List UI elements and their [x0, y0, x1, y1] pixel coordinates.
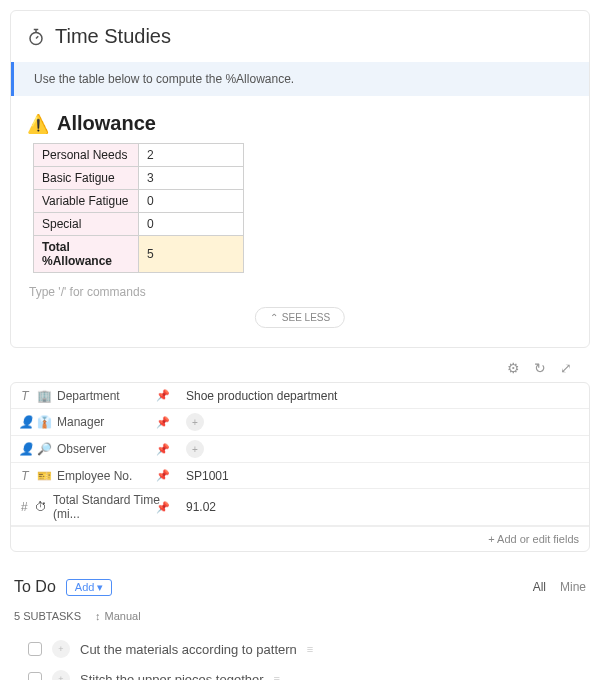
assignee-placeholder-icon[interactable]: +	[52, 640, 70, 658]
pin-icon[interactable]: 📌	[156, 501, 170, 514]
badge-icon: 🎫	[37, 469, 51, 483]
field-label: Manager	[57, 415, 104, 429]
number-type-icon: #	[19, 500, 29, 514]
subtask-list: + Cut the materials according to pattern…	[10, 634, 590, 680]
allowance-table: Personal Needs 2 Basic Fatigue 3 Variabl…	[33, 143, 244, 273]
person-type-icon: 👤	[19, 415, 31, 429]
allowance-value[interactable]: 0	[139, 190, 244, 213]
tab-all[interactable]: All	[533, 580, 546, 594]
page-title: Time Studies	[55, 25, 171, 48]
todo-tabs: All Mine	[533, 580, 586, 594]
allowance-heading-row: ⚠️ Allowance	[27, 112, 573, 135]
stopwatch-icon: ⏱	[35, 500, 47, 514]
person-type-icon: 👤	[19, 442, 31, 456]
subtasks-meta: 5 SUBTASKS ↕ Manual	[10, 610, 590, 622]
pin-icon[interactable]: 📌	[156, 416, 170, 429]
allowance-label: Special	[34, 213, 139, 236]
add-or-edit-fields[interactable]: + Add or edit fields	[11, 526, 589, 551]
field-row-manager: 👤 👔 Manager 📌 +	[11, 409, 589, 436]
stopwatch-icon	[27, 28, 45, 46]
slash-command-hint[interactable]: Type '/' for commands	[29, 285, 573, 299]
allowance-total-label: Total %Allowance	[34, 236, 139, 273]
allowance-total-value: 5	[139, 236, 244, 273]
text-type-icon: T	[19, 389, 31, 403]
see-less-button[interactable]: ⌃ SEE LESS	[255, 307, 345, 328]
todo-header: To Do Add ▾ All Mine	[10, 578, 590, 596]
pin-icon[interactable]: 📌	[156, 443, 170, 456]
field-label: Total Standard Time (mi...	[53, 493, 168, 521]
pin-icon[interactable]: 📌	[156, 469, 170, 482]
todo-title: To Do	[14, 578, 56, 596]
timestudies-card: Time Studies Use the table below to comp…	[10, 10, 590, 348]
checkbox[interactable]	[28, 672, 42, 680]
subtask-count: 5 SUBTASKS	[14, 610, 81, 622]
text-type-icon: T	[19, 469, 31, 483]
callout-info: Use the table below to compute the %Allo…	[11, 62, 589, 96]
field-value[interactable]: SP1001	[176, 465, 589, 487]
table-row: Personal Needs 2	[34, 144, 244, 167]
subtask-title[interactable]: Cut the materials according to pattern	[80, 642, 297, 657]
table-row: Special 0	[34, 213, 244, 236]
field-row-total-standard-time: # ⏱ Total Standard Time (mi... 📌 91.02	[11, 489, 589, 526]
field-label: Observer	[57, 442, 106, 456]
avatar-placeholder-icon[interactable]: +	[186, 413, 204, 431]
magnifier-icon: 🔎	[37, 442, 51, 456]
subtask-title[interactable]: Stitch the upper pieces together	[80, 672, 264, 681]
table-row: Variable Fatigue 0	[34, 190, 244, 213]
pin-icon[interactable]: 📌	[156, 389, 170, 402]
manager-icon: 👔	[37, 415, 51, 429]
field-value[interactable]: Shoe production department	[176, 385, 589, 407]
allowance-value[interactable]: 3	[139, 167, 244, 190]
building-icon: 🏢	[37, 389, 51, 403]
subtask-row[interactable]: + Cut the materials according to pattern…	[28, 634, 586, 664]
allowance-label: Personal Needs	[34, 144, 139, 167]
drag-handle-icon[interactable]: ≡	[274, 673, 280, 680]
assignee-placeholder-icon[interactable]: +	[52, 670, 70, 680]
allowance-heading: Allowance	[57, 112, 156, 135]
chevron-up-icon: ⌃	[270, 312, 278, 323]
history-icon[interactable]: ↻	[534, 360, 546, 376]
tab-mine[interactable]: Mine	[560, 580, 586, 594]
field-label: Department	[57, 389, 120, 403]
field-label: Employee No.	[57, 469, 132, 483]
checkbox[interactable]	[28, 642, 42, 656]
card-header: Time Studies	[27, 25, 573, 48]
field-row-observer: 👤 🔎 Observer 📌 +	[11, 436, 589, 463]
add-subtask-button[interactable]: Add ▾	[66, 579, 113, 596]
fields-card: T 🏢 Department 📌 Shoe production departm…	[10, 382, 590, 552]
field-row-department: T 🏢 Department 📌 Shoe production departm…	[11, 383, 589, 409]
allowance-label: Variable Fatigue	[34, 190, 139, 213]
drag-handle-icon[interactable]: ≡	[307, 643, 313, 655]
field-value[interactable]: 91.02	[176, 496, 589, 518]
subtask-sort[interactable]: ↕ Manual	[95, 610, 141, 622]
field-value[interactable]: +	[176, 409, 589, 435]
field-toolbar: ⚙ ↻ ⤢	[10, 358, 590, 382]
allowance-value[interactable]: 0	[139, 213, 244, 236]
table-row: Basic Fatigue 3	[34, 167, 244, 190]
subtask-row[interactable]: + Stitch the upper pieces together ≡	[28, 664, 586, 680]
settings-icon[interactable]: ⚙	[507, 360, 520, 376]
field-row-employee-no: T 🎫 Employee No. 📌 SP1001	[11, 463, 589, 489]
field-value[interactable]: +	[176, 436, 589, 462]
avatar-placeholder-icon[interactable]: +	[186, 440, 204, 458]
expand-icon[interactable]: ⤢	[560, 360, 572, 376]
warning-icon: ⚠️	[27, 113, 49, 135]
allowance-label: Basic Fatigue	[34, 167, 139, 190]
allowance-value[interactable]: 2	[139, 144, 244, 167]
table-row: Total %Allowance 5	[34, 236, 244, 273]
sort-icon: ↕	[95, 610, 101, 622]
